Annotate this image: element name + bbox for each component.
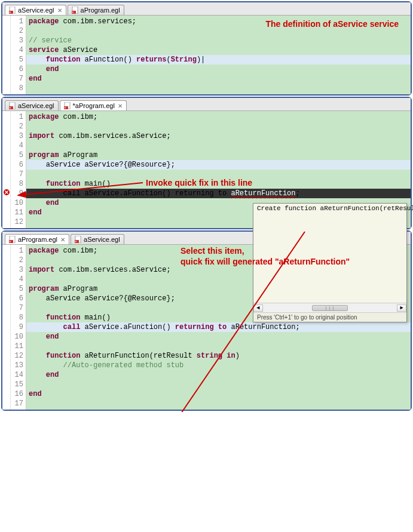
scroll-left-button[interactable]: ◄ [253, 305, 263, 312]
code-token [29, 313, 46, 322]
code-token: function [46, 313, 81, 322]
code-line[interactable] [26, 141, 411, 150]
line-number: 7 [12, 74, 23, 84]
editor-tab[interactable]: EaProgram.egl [68, 5, 124, 15]
code-line[interactable]: function aReturnFunction(retResult strin… [26, 351, 411, 361]
tab-bar: EaService.egl✕EaProgram.egl [2, 2, 411, 16]
code-token [29, 180, 46, 188]
code-token: aService aService?{@Resource}; [29, 294, 175, 303]
code-line[interactable]: end [26, 332, 411, 342]
line-number: 3 [12, 265, 23, 275]
egl-file-icon: E [64, 102, 71, 109]
code-token: //Auto-generated method stub [63, 361, 184, 370]
egl-file-icon: E [9, 102, 16, 109]
code-line[interactable] [26, 26, 411, 36]
code-line[interactable] [26, 399, 411, 408]
editor-tab[interactable]: EaService.egl✕ [5, 5, 66, 15]
code-token: com.ibm; [59, 113, 97, 121]
code-token: program [29, 151, 59, 159]
line-gutter: 1234567891011121314151617 [11, 245, 26, 410]
code-line[interactable]: service aService [26, 45, 411, 55]
editor-tab[interactable]: EaProgram.egl✕ [5, 234, 69, 244]
line-number: 16 [12, 389, 23, 399]
code-line[interactable] [26, 84, 411, 93]
code-line[interactable]: //Auto-generated method stub [26, 361, 411, 370]
line-number: 2 [12, 256, 23, 265]
tab-close-icon[interactable]: ✕ [57, 7, 62, 14]
code-line[interactable]: aService aService?{@Resource}; [26, 160, 411, 170]
code-token: ; [296, 189, 300, 198]
line-number: 5 [12, 55, 23, 64]
quickfix-popup[interactable]: Create function aReturnFunction(retResul… [253, 203, 407, 322]
line-gutter: 123456789101112 [11, 111, 26, 228]
code-token: end [29, 208, 42, 217]
code-line[interactable] [26, 122, 411, 131]
code-line[interactable]: call aService.aFunction() returning to a… [26, 189, 411, 198]
code-token: aReturnFunction(retResult [80, 352, 196, 360]
code-token: )| [197, 56, 205, 64]
code-token: import [29, 266, 54, 274]
code-line[interactable]: call aService.aFunction() returning to a… [26, 322, 411, 332]
code-line[interactable] [26, 170, 411, 179]
svg-text:E: E [10, 106, 11, 109]
line-number: 8 [12, 313, 23, 322]
code-token [29, 333, 46, 341]
code-line[interactable]: end [26, 389, 411, 399]
code-token [29, 323, 63, 331]
code-token: package [29, 247, 59, 255]
code-line[interactable] [26, 380, 411, 389]
code-line[interactable] [26, 342, 411, 351]
code-token: ) [235, 352, 240, 360]
code-token: com.ibm.services.aService; [54, 132, 170, 140]
line-number: 11 [12, 208, 23, 217]
line-number: 9 [12, 189, 23, 198]
code-line[interactable]: function main() [26, 179, 411, 189]
scroll-track[interactable]: ||| [263, 304, 397, 312]
tab-label: *aProgram.egl [73, 102, 115, 109]
scroll-right-button[interactable]: ► [397, 305, 406, 312]
code-line[interactable]: // service [26, 36, 411, 45]
code-token: end [46, 371, 59, 379]
line-number: 4 [12, 45, 23, 55]
code-token: main() [80, 313, 110, 322]
line-number: 7 [12, 303, 23, 313]
code-token: aService.aFunction() [80, 323, 175, 331]
editor-tab[interactable]: EaService.egl [5, 100, 59, 110]
line-number: 11 [12, 342, 23, 351]
code-line[interactable]: end [26, 64, 411, 74]
code-line[interactable]: end [26, 74, 411, 84]
line-number: 6 [12, 64, 23, 74]
code-line[interactable]: program aProgram [26, 150, 411, 160]
code-editor[interactable]: 12345678package com.ibm.services;// serv… [2, 16, 411, 94]
code-line[interactable]: import com.ibm.services.aService; [26, 131, 411, 141]
code-line[interactable]: package com.ibm; [26, 112, 411, 122]
code-line[interactable]: end [26, 370, 411, 380]
code-token: package [29, 113, 59, 121]
code-line[interactable]: function aFunction() returns(String)| [26, 55, 411, 64]
editor-tab[interactable]: E*aProgram.egl✕ [60, 100, 127, 110]
line-number: 2 [12, 122, 23, 131]
tab-close-icon[interactable]: ✕ [60, 236, 65, 243]
svg-text:E: E [10, 11, 11, 14]
marker-column [2, 16, 11, 94]
line-number: 6 [12, 294, 23, 303]
quickfix-item[interactable]: Create function aReturnFunction(retResul… [253, 204, 406, 213]
code-token: function [46, 56, 81, 64]
tab-close-icon[interactable]: ✕ [118, 103, 123, 109]
code-token: com.ibm.services.aService; [54, 266, 170, 274]
line-number: 12 [12, 217, 23, 227]
code-token: string [197, 352, 222, 360]
line-number: 14 [12, 370, 23, 380]
code-token: // service [29, 36, 72, 45]
line-number: 9 [12, 322, 23, 332]
line-number: 5 [12, 284, 23, 294]
line-number: 5 [12, 150, 23, 160]
code-token: aFunction() [80, 56, 136, 64]
code-area[interactable]: package com.ibm.services;// serviceservi… [26, 16, 411, 94]
code-token [29, 56, 46, 64]
editor-tab[interactable]: EaService.egl [71, 234, 124, 244]
scroll-thumb[interactable]: ||| [312, 305, 348, 311]
line-number: 2 [12, 26, 23, 36]
code-line[interactable]: package com.ibm.services; [26, 17, 411, 26]
popup-scrollbar[interactable]: ◄|||► [253, 303, 406, 312]
